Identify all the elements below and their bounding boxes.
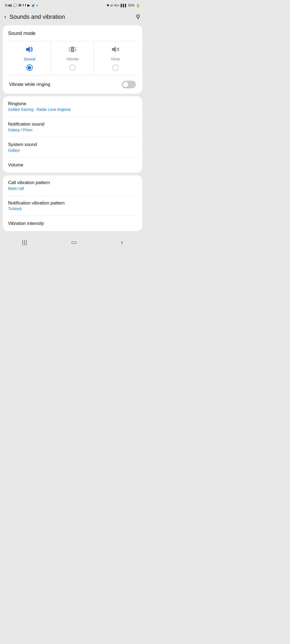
signal-icon: ▌▌▌ [121, 4, 127, 7]
vibrate-while-ringing-label: Vibrate while ringing [9, 82, 50, 87]
sound-radio[interactable] [26, 64, 33, 71]
sound-option-vibrate[interactable]: Vibrate [51, 41, 94, 75]
battery-icon: 🔋 [136, 3, 140, 8]
recents-button[interactable]: ||| [22, 239, 27, 246]
notification-sound-subtitle: Galaxy / Prism [8, 128, 137, 132]
notification-sound-title: Notification sound [8, 122, 137, 127]
call-vibration-item[interactable]: Call vibration pattern Basic call [8, 175, 137, 196]
system-sound-item[interactable]: System sound Galaxy [8, 137, 137, 158]
vibration-intensity-item[interactable]: Vibration intensity [8, 216, 137, 231]
facebook-icon: f [23, 3, 24, 7]
page-wrapper: 7:48 💬 M f f ▶ 🧳 • ✱ ⇄ 4G+ ▌▌▌ 52% 🔋 ‹ S… [0, 0, 145, 252]
vibrate-radio[interactable] [69, 64, 76, 71]
bottom-nav: ||| ▭ ‹ [0, 234, 145, 252]
page-title: Sounds and vibration [9, 13, 65, 20]
sound-option-vibrate-label: Vibrate [66, 57, 79, 61]
app-bar-left: ‹ Sounds and vibration [3, 12, 65, 21]
vibration-intensity-title: Vibration intensity [8, 221, 137, 226]
sound-option-sound-label: Sound [24, 57, 35, 61]
bluetooth-icon: ✱ [107, 3, 109, 7]
notification-sound-item[interactable]: Notification sound Galaxy / Prism [8, 117, 137, 137]
app-bar: ‹ Sounds and vibration ⚲ [0, 10, 145, 25]
svg-marker-11 [112, 46, 116, 52]
mute-radio[interactable] [112, 64, 119, 71]
call-vibration-title: Call vibration pattern [8, 180, 137, 185]
status-bar: 7:48 💬 M f f ▶ 🧳 • ✱ ⇄ 4G+ ▌▌▌ 52% 🔋 [0, 0, 145, 10]
ringtone-item[interactable]: Ringtone Golden Earring - Radar Love rin… [8, 96, 137, 117]
ringtone-subtitle: Golden Earring - Radar Love ringtone [8, 107, 137, 112]
svg-marker-0 [26, 46, 30, 52]
briefcase-icon: 🧳 [31, 3, 35, 7]
sound-mode-title: Sound mode [8, 31, 137, 36]
sound-option-mute[interactable]: Mute [94, 41, 137, 75]
back-button[interactable]: ‹ [3, 12, 7, 21]
ringtone-title: Ringtone [8, 101, 137, 107]
sound-icon [26, 46, 34, 55]
battery-percent: 52% [128, 3, 135, 7]
vibrate-icon [68, 46, 77, 55]
status-left: 7:48 💬 M f f ▶ 🧳 • [5, 3, 38, 8]
volume-item[interactable]: Volume [8, 158, 137, 173]
settings-list-card: Ringtone Golden Earring - Radar Love rin… [3, 96, 142, 173]
youtube-icon: ▶ [27, 3, 30, 7]
mute-icon [111, 46, 119, 55]
sound-mode-card: Sound mode Sound [3, 25, 142, 94]
call-vibration-subtitle: Basic call [8, 186, 137, 191]
notification-vibration-title: Notification vibration pattern [8, 200, 137, 206]
notification-vibration-subtitle: Ticktock [8, 207, 137, 211]
sound-option-mute-label: Mute [111, 57, 120, 61]
search-button[interactable]: ⚲ [136, 13, 140, 20]
status-right: ✱ ⇄ 4G+ ▌▌▌ 52% 🔋 [107, 3, 140, 8]
network-icon: 4G+ [114, 4, 119, 7]
system-sound-title: System sound [8, 142, 137, 147]
sound-mode-options: Sound [8, 41, 137, 75]
gmail-icon: M [19, 3, 21, 7]
status-time: 7:48 [5, 3, 12, 8]
vibration-list-card: Call vibration pattern Basic call Notifi… [3, 175, 142, 231]
facebook2-icon: f [25, 3, 26, 7]
sync-icon: ⇄ [110, 4, 113, 7]
sound-option-sound[interactable]: Sound [8, 41, 51, 75]
system-sound-subtitle: Galaxy [8, 148, 137, 152]
vibrate-while-ringing-toggle[interactable] [122, 81, 136, 88]
volume-title: Volume [8, 162, 137, 168]
message-icon: 💬 [13, 3, 17, 7]
home-button[interactable]: ▭ [71, 239, 77, 246]
vibrate-while-ringing-row: Vibrate while ringing [9, 75, 136, 94]
back-nav-button[interactable]: ‹ [121, 238, 123, 246]
dot-icon: • [37, 3, 38, 7]
notification-vibration-item[interactable]: Notification vibration pattern Ticktock [8, 196, 137, 216]
